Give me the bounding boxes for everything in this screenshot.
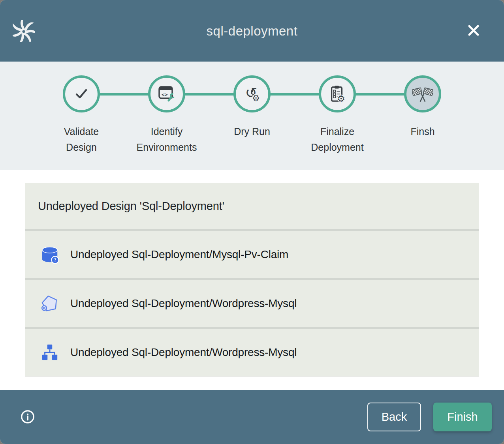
svg-text:⚙: ⚙: [252, 93, 260, 103]
step-finish: Finsh: [380, 62, 465, 155]
step-label: Dry Run: [234, 124, 270, 139]
info-circle-icon: [20, 409, 35, 424]
step-circle: <>: [148, 75, 185, 112]
pentagon-seal-icon: [39, 292, 60, 315]
finish-button[interactable]: Finish: [433, 403, 492, 431]
close-icon: [466, 22, 481, 38]
checkered-flags-icon: [412, 84, 433, 104]
result-header-row: Undeployed Design 'Sql-Deployment': [25, 183, 479, 229]
step-label: Validate Design: [64, 124, 99, 155]
database-question-icon: ?: [39, 244, 60, 266]
svg-text:<>: <>: [162, 92, 168, 97]
step-finalize-deployment: ⚙ Finalize Deployment: [295, 62, 380, 155]
step-identify-environments: <> Identify Environments: [124, 62, 209, 155]
rotate-clock-gear-icon: ↺ ⚙: [243, 84, 261, 103]
deployment-wizard-dialog: sql-deployment Validate Design: [0, 0, 504, 444]
step-circle: [404, 75, 441, 112]
result-row-text: Undeployed Sql-Deployment/Mysql-Pv-Claim: [70, 248, 288, 261]
clipboard-checklist-gear-icon: ⚙: [328, 84, 346, 103]
step-circle: [63, 75, 100, 112]
step-label: Finalize Deployment: [311, 124, 363, 155]
dialog-title: sql-deployment: [0, 23, 504, 39]
step-circle: ↺ ⚙: [233, 75, 271, 112]
checkmark-icon: [72, 84, 91, 103]
stepper: Validate Design <> Identify Environments: [0, 62, 504, 170]
result-header-text: Undeployed Design 'Sql-Deployment': [38, 200, 224, 213]
wizard-body: Undeployed Design 'Sql-Deployment' ? Und…: [0, 170, 504, 390]
dialog-header: sql-deployment: [0, 0, 504, 62]
result-row: Undeployed Sql-Deployment/Wordpress-Mysq…: [25, 329, 479, 376]
step-validate-design: Validate Design: [39, 62, 124, 155]
hierarchy-tree-icon: [39, 341, 60, 363]
result-row-text: Undeployed Sql-Deployment/Wordpress-Mysq…: [70, 297, 297, 310]
back-button[interactable]: Back: [367, 403, 421, 431]
info-button[interactable]: [20, 409, 35, 424]
dialog-footer: Back Finish: [0, 390, 504, 444]
close-button[interactable]: [465, 21, 483, 39]
code-window-wrench-icon: <>: [157, 85, 176, 103]
step-label: Identify Environments: [137, 124, 197, 155]
result-row: ? Undeployed Sql-Deployment/Mysql-Pv-Cla…: [25, 231, 479, 278]
result-row-text: Undeployed Sql-Deployment/Wordpress-Mysq…: [70, 346, 297, 359]
step-dry-run: ↺ ⚙ Dry Run: [209, 62, 295, 155]
result-row: Undeployed Sql-Deployment/Wordpress-Mysq…: [25, 280, 479, 327]
step-label: Finsh: [410, 124, 434, 139]
step-circle: ⚙: [319, 75, 356, 112]
svg-text:?: ?: [54, 257, 56, 263]
deployment-results-list: Undeployed Design 'Sql-Deployment' ? Und…: [25, 183, 479, 377]
svg-text:⚙: ⚙: [337, 94, 345, 103]
